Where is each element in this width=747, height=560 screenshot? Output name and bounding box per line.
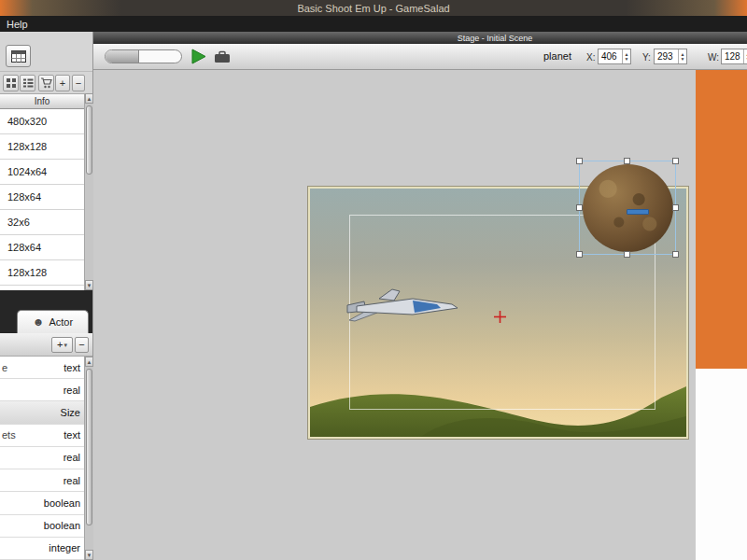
window-title: Basic Shoot Em Up - GameSalad	[297, 3, 449, 14]
scroll-down-icon[interactable]: ▼	[85, 280, 93, 290]
briefcase-icon[interactable]	[214, 50, 231, 63]
attribute-name: ets	[2, 429, 16, 441]
library-item[interactable]: 32x6	[0, 210, 84, 235]
w-input[interactable]: 128 ▲▼	[721, 49, 747, 64]
attributes-scrollbar-thumb[interactable]	[86, 369, 92, 525]
playback-progress-bar[interactable]	[105, 49, 182, 63]
attribute-add-label: +	[57, 340, 63, 350]
stepper-arrows-icon[interactable]: ▲▼	[622, 49, 630, 63]
library-item[interactable]: 128x128	[0, 260, 84, 286]
library-column-label: Info	[35, 96, 50, 106]
y-input[interactable]: 293 ▲▼	[654, 49, 687, 64]
w-label: W:	[708, 52, 719, 63]
resize-handle[interactable]	[576, 251, 583, 258]
progress-fill	[106, 50, 139, 63]
attribute-remove-button[interactable]: −	[75, 337, 89, 353]
attribute-row[interactable]: ets text	[0, 425, 84, 447]
actor-tab-bar: ☻ Actor	[0, 290, 92, 333]
resize-handle[interactable]	[576, 204, 583, 211]
table-icon	[11, 50, 26, 63]
y-value: 293	[655, 49, 678, 63]
library-column-header[interactable]: Info	[0, 93, 84, 109]
x-label: X:	[586, 52, 595, 63]
attribute-row[interactable]: real	[0, 447, 84, 469]
library-view-toolbar: + −	[0, 71, 92, 93]
stepper-arrows-icon[interactable]: ▲▼	[678, 49, 686, 63]
menu-bar: Help	[0, 16, 747, 32]
scroll-up-icon[interactable]: ▲	[85, 357, 93, 367]
attribute-row[interactable]: integer	[0, 538, 84, 560]
stage-title: Stage - Initial Scene	[458, 34, 533, 43]
library-item-label: 128x64	[7, 242, 41, 253]
cart-button[interactable]	[38, 75, 54, 91]
actor-face-icon: ☻	[33, 316, 45, 328]
selected-actor-name: planet	[543, 50, 571, 62]
attribute-type: integer	[49, 542, 80, 553]
resize-handle[interactable]	[672, 158, 679, 164]
attribute-row[interactable]: real	[0, 379, 84, 401]
attribute-row[interactable]: Size	[0, 401, 84, 424]
stage-canvas[interactable]	[93, 70, 696, 560]
resize-handle[interactable]	[672, 251, 679, 258]
library-item-label: 1024x64	[7, 166, 47, 177]
library-list: 480x320 128x128 1024x64 128x64 32x6	[0, 109, 84, 290]
library-item[interactable]: 128x128	[0, 134, 84, 160]
gamesalad-window: Basic Shoot Em Up - GameSalad Help	[0, 0, 747, 560]
attribute-type: real	[63, 475, 80, 486]
play-button[interactable]	[190, 48, 207, 65]
library-item[interactable]: 128x64	[0, 235, 84, 260]
planet-actor-selection[interactable]	[579, 161, 676, 255]
grid-view-button[interactable]	[3, 75, 19, 91]
library-panel: + − Info 480x320 128x128 1024x64	[0, 32, 93, 560]
attribute-type: Size	[61, 407, 80, 418]
library-item-label: 480x320	[7, 116, 47, 127]
x-input[interactable]: 406 ▲▼	[598, 49, 631, 64]
table-view-button[interactable]	[6, 45, 31, 67]
attributes-toolbar: + ▾ −	[0, 333, 92, 357]
cart-icon	[40, 77, 52, 89]
library-scrollbar-thumb[interactable]	[86, 105, 92, 175]
planet-sprite[interactable]	[583, 164, 673, 252]
player-ship-sprite[interactable]	[345, 287, 461, 329]
scroll-down-icon[interactable]: ▼	[85, 550, 93, 560]
list-view-button[interactable]	[20, 75, 35, 91]
library-item[interactable]: 1024x64	[0, 160, 84, 185]
attribute-type: real	[63, 385, 80, 396]
library-add-button[interactable]: +	[55, 75, 70, 91]
library-item-label: 128x128	[7, 141, 47, 152]
window-titlebar[interactable]: Basic Shoot Em Up - GameSalad	[0, 0, 747, 16]
resize-handle[interactable]	[624, 251, 630, 258]
library-item-label: 128x128	[7, 267, 47, 278]
attribute-row[interactable]: boolean	[0, 515, 84, 538]
attribute-type: text	[63, 362, 80, 373]
w-value: 128	[722, 49, 743, 63]
library-toolbar	[0, 32, 92, 71]
resize-handle[interactable]	[672, 204, 679, 211]
attribute-row[interactable]: boolean	[0, 492, 84, 514]
list-icon	[22, 77, 34, 89]
grid-icon	[6, 77, 17, 89]
library-scrollbar[interactable]: ▲ ▼	[84, 93, 93, 290]
attribute-name: e	[2, 362, 7, 373]
desktop-background	[696, 70, 747, 369]
background-panel	[696, 369, 747, 560]
attribute-add-button[interactable]: + ▾	[51, 337, 73, 353]
attributes-scrollbar[interactable]: ▲ ▼	[84, 357, 93, 560]
attribute-row[interactable]: e text	[0, 357, 84, 379]
stage-header: Stage - Initial Scene	[93, 32, 747, 44]
menu-help[interactable]: Help	[7, 19, 28, 30]
blue-indicator-bar	[627, 209, 649, 215]
attribute-type: boolean	[44, 520, 80, 531]
library-remove-button[interactable]: −	[72, 75, 85, 91]
scroll-up-icon[interactable]: ▲	[85, 93, 93, 104]
scene-center-crosshair	[494, 311, 506, 323]
library-item[interactable]: 128x64	[0, 185, 84, 210]
resize-handle[interactable]	[624, 158, 630, 164]
actor-tab-label: Actor	[49, 316, 73, 328]
library-item[interactable]: 480x320	[0, 109, 84, 134]
stepper-arrows-icon[interactable]: ▲▼	[743, 49, 747, 63]
attribute-type: text	[63, 429, 80, 441]
attribute-row[interactable]: real	[0, 469, 84, 492]
resize-handle[interactable]	[576, 158, 583, 164]
tab-actor[interactable]: ☻ Actor	[17, 310, 89, 333]
